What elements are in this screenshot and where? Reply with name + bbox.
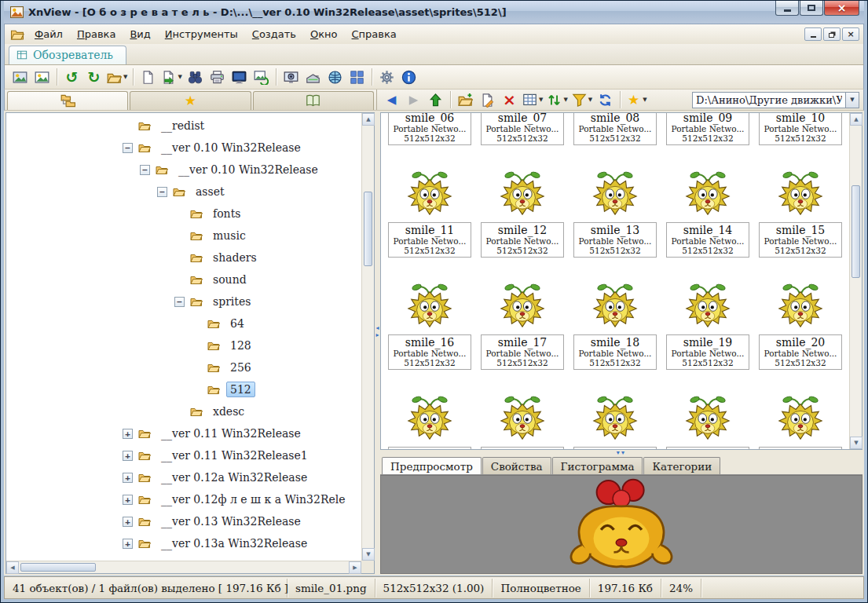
scroll-down-button[interactable]: ▼ <box>850 437 863 449</box>
thumbnail[interactable]: smile_18Portable Netwo...512x512x32 <box>569 283 661 370</box>
preview-tab-1[interactable]: Свойства <box>482 457 551 474</box>
thumbs-vertical-scrollbar[interactable]: ▲ ▼ <box>849 113 862 449</box>
tree-item-18[interactable]: +__ver 0.13 Win32Release <box>6 510 361 532</box>
scroll-thumb[interactable] <box>20 563 96 572</box>
new-folder-button[interactable] <box>455 90 476 110</box>
minimize-button[interactable] <box>775 1 799 16</box>
tree-item-5[interactable]: music <box>6 225 361 247</box>
tree-item-4[interactable]: fonts <box>6 203 361 225</box>
tree-expand-toggle[interactable]: + <box>123 517 133 527</box>
tree-expand-toggle[interactable]: − <box>140 165 150 175</box>
tree-item-1[interactable]: −__ver 0.10 Win32Release <box>6 137 361 159</box>
back-button[interactable]: ◀ <box>381 90 402 110</box>
menu-item-0[interactable]: Файл <box>27 25 70 43</box>
preview-splitter[interactable]: ▾▾ <box>380 450 863 455</box>
scroll-left-button[interactable]: ◀ <box>6 561 19 574</box>
tree-expand-toggle[interactable]: + <box>123 473 133 483</box>
close-button[interactable]: × <box>824 1 859 16</box>
tab-browser[interactable]: Обозреватель <box>9 46 126 64</box>
menu-item-5[interactable]: Окно <box>303 25 345 43</box>
tab-favorites[interactable]: ★ <box>130 91 251 110</box>
thumbnail[interactable]: Portable Netwo...512x512x32 <box>569 395 661 449</box>
tree-item-2[interactable]: −__ver 0.10 Win32Release <box>6 159 361 181</box>
tree-expand-toggle[interactable]: − <box>157 187 167 197</box>
scroll-up-button[interactable]: ▲ <box>362 113 375 126</box>
preview-tab-3[interactable]: Категории <box>643 457 720 474</box>
preview-tab-2[interactable]: Гистограмма <box>552 457 643 474</box>
capture-button[interactable] <box>280 67 302 87</box>
tree-item-9[interactable]: 64 <box>6 312 361 334</box>
tree-expand-toggle[interactable]: + <box>123 451 133 461</box>
thumbnail[interactable]: smile_17Portable Netwo...512x512x32 <box>476 283 569 370</box>
tree-item-19[interactable]: +__ver 0.13a Win32Release <box>6 532 361 554</box>
slideshow-button[interactable] <box>229 67 250 87</box>
print-button[interactable] <box>207 67 228 87</box>
tree-item-11[interactable]: 256 <box>6 356 361 378</box>
rename-button[interactable] <box>477 90 498 110</box>
about-button[interactable] <box>398 67 419 87</box>
batch-button[interactable] <box>346 67 368 87</box>
tab-categories[interactable] <box>253 91 374 110</box>
menu-item-6[interactable]: Справка <box>345 25 404 43</box>
thumbnail[interactable]: smile_19Portable Netwo...512x512x32 <box>661 283 754 370</box>
thumbnail[interactable]: Portable Netwo...512x512x32 <box>754 395 847 449</box>
preview-tab-0[interactable]: Предпросмотр <box>382 457 482 474</box>
web-button[interactable] <box>324 67 346 87</box>
address-dropdown-button[interactable]: ▼ <box>846 92 859 108</box>
tree-item-15[interactable]: +__ver 0.11 Win32Release1 <box>6 444 361 466</box>
panel-splitter[interactable]: ◂▸ <box>375 112 380 574</box>
thumbnail[interactable]: smile_06Portable Netwo...512x512x32 <box>383 113 476 145</box>
mdi-system-icon[interactable] <box>10 28 24 40</box>
forward-button[interactable]: ▶ <box>403 90 424 110</box>
thumbnail[interactable]: Portable Netwo...512x512x32 <box>383 395 476 449</box>
menu-item-2[interactable]: Вид <box>123 25 157 43</box>
thumbnail[interactable]: smile_15Portable Netwo...512x512x32 <box>754 170 847 258</box>
mdi-restore-button[interactable] <box>823 27 841 41</box>
tree-expand-toggle[interactable]: + <box>123 429 133 439</box>
mdi-close-button[interactable]: × <box>842 27 859 41</box>
tree-expand-toggle[interactable]: + <box>123 495 133 505</box>
tree-expand-toggle[interactable]: + <box>123 539 133 549</box>
tree-horizontal-scrollbar[interactable]: ◀ ▶ <box>6 561 361 573</box>
tab-folder-tree[interactable] <box>7 91 128 110</box>
thumbnail[interactable]: smile_10Portable Netwo...512x512x32 <box>754 113 847 145</box>
scroll-thumb[interactable] <box>364 192 372 266</box>
search-button[interactable] <box>185 67 206 87</box>
thumbnail[interactable]: smile_20Portable Netwo...512x512x32 <box>754 283 847 370</box>
sort-button[interactable]: ▼ <box>545 90 569 110</box>
copy-file-button[interactable] <box>137 67 159 87</box>
tree-vertical-scrollbar[interactable]: ▲ ▼ <box>361 113 374 561</box>
up-button[interactable] <box>425 90 446 110</box>
thumbnail[interactable]: smile_08Portable Netwo...512x512x32 <box>569 113 661 145</box>
filter-button[interactable]: ▼ <box>570 90 594 110</box>
delete-button[interactable]: × <box>499 90 520 110</box>
thumbnail[interactable]: smile_09Portable Netwo...512x512x32 <box>661 113 754 145</box>
viewer-button[interactable] <box>31 67 53 87</box>
favorites-button[interactable]: ★▼ <box>624 90 648 110</box>
thumbnail[interactable]: Portable Netwo...512x512x32 <box>661 395 754 449</box>
address-input[interactable] <box>692 92 846 108</box>
thumbnail[interactable]: smile_13Portable Netwo...512x512x32 <box>569 170 661 258</box>
refresh-button[interactable] <box>595 90 616 110</box>
scroll-down-button[interactable]: ▼ <box>362 548 375 561</box>
menu-item-1[interactable]: Правка <box>70 25 123 43</box>
acquire-button[interactable] <box>302 67 324 87</box>
tree-item-17[interactable]: +__ver 0.12ф л е ш к а Win32Rele <box>6 488 361 510</box>
menu-item-3[interactable]: Инструменты <box>158 25 245 43</box>
tree-item-16[interactable]: +__ver 0.12a Win32Release <box>6 466 361 488</box>
tree-item-8[interactable]: −sprites <box>6 291 361 312</box>
scroll-up-button[interactable]: ▲ <box>850 113 863 126</box>
thumbnail[interactable]: smile_12Portable Netwo...512x512x32 <box>476 170 569 258</box>
tree-item-12[interactable]: 512 <box>6 378 361 400</box>
tree-item-6[interactable]: shaders <box>6 247 361 269</box>
thumbnail[interactable]: smile_14Portable Netwo...512x512x32 <box>661 170 754 258</box>
mdi-minimize-button[interactable] <box>804 27 822 41</box>
tree-item-3[interactable]: −asset <box>6 181 361 203</box>
thumbnail[interactable]: smile_07Portable Netwo...512x512x32 <box>476 113 569 145</box>
convert-button[interactable] <box>251 67 272 87</box>
thumbnail[interactable]: smile_11Portable Netwo...512x512x32 <box>383 170 476 258</box>
browser-button[interactable] <box>9 67 31 87</box>
tree-item-14[interactable]: +__ver 0.11 Win32Release <box>6 422 361 444</box>
tree-item-10[interactable]: 128 <box>6 334 361 356</box>
view-mode-button[interactable]: ▼ <box>521 90 544 110</box>
